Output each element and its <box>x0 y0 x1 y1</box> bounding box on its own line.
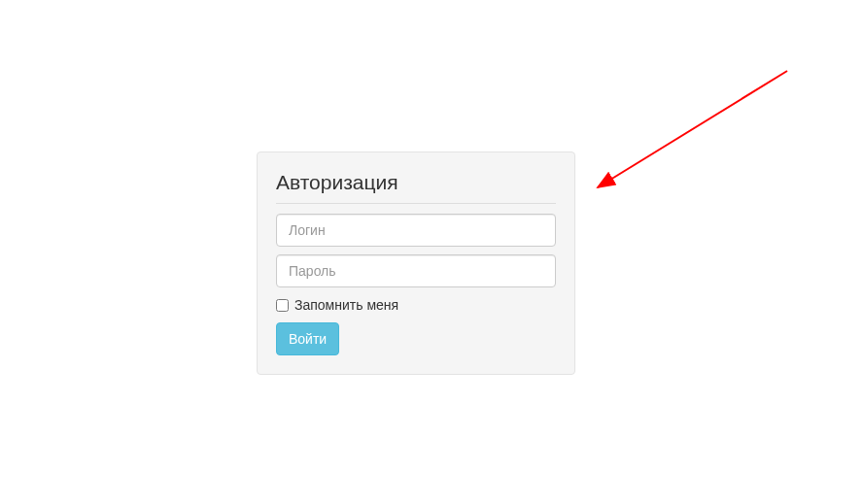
remember-checkbox[interactable] <box>276 299 289 312</box>
login-button[interactable]: Войти <box>276 322 339 355</box>
panel-title: Авторизация <box>276 171 556 204</box>
username-group <box>276 214 556 247</box>
login-panel: Авторизация Запомнить меня Войти <box>257 151 575 375</box>
remember-row: Запомнить меня <box>276 297 556 313</box>
username-input[interactable] <box>276 214 556 247</box>
password-group <box>276 254 556 287</box>
svg-line-1 <box>598 71 787 187</box>
password-input[interactable] <box>276 254 556 287</box>
remember-label: Запомнить меня <box>294 297 398 313</box>
arrow-annotation-icon <box>588 66 802 202</box>
